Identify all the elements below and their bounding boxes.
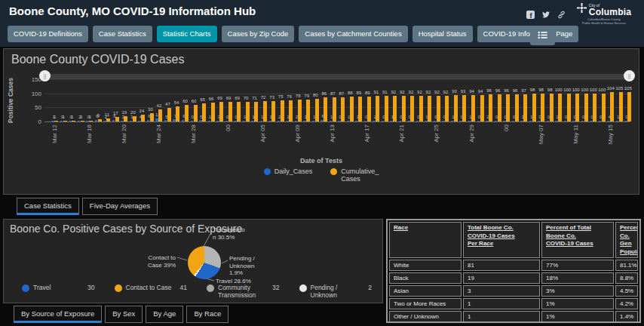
x-tick-apr-17: Apr 17 (363, 125, 370, 143)
pie-legend-item-community-transmission: Community Transmission32 (195, 284, 287, 299)
x-slot-36: Apr 17 (363, 123, 373, 156)
x-slot-21 (233, 123, 242, 156)
x-slot-45 (441, 123, 450, 156)
x-slot-2 (68, 123, 77, 156)
x-slot-64: May 15 (606, 123, 615, 156)
x-slot-34 (346, 123, 355, 156)
x-slot-44: Apr 25 (433, 123, 442, 156)
x-tick-apr-21: Apr 21 (398, 125, 405, 143)
more-tabs-button[interactable] (530, 26, 555, 45)
table-cell: 81.1% (615, 260, 638, 271)
legend-dot (264, 168, 271, 175)
table-cell: 1 (463, 311, 540, 322)
table-cell: Asian (389, 285, 462, 297)
pie-legend-value: 41 (180, 284, 195, 299)
x-tick-00: 00 (225, 125, 232, 131)
x-tick-may-11: May 11 (572, 125, 579, 144)
x-tick-mar-24: Mar 24 (155, 125, 162, 143)
tab-by-race[interactable]: By Race (186, 306, 228, 323)
pie-legend-item-pending-unknown: Pending / Unknown2 (287, 284, 380, 299)
x-slot-3 (77, 123, 86, 156)
x-axis-title: Date of Tests (4, 157, 639, 165)
x-slot-1 (60, 123, 69, 156)
pie-legend-dot (299, 284, 307, 292)
x-slot-5 (94, 123, 103, 156)
facebook-icon[interactable]: f (526, 8, 535, 22)
table-cell: 77% (541, 260, 614, 271)
nav-tab-covid-19-information-page[interactable]: COVID-19 Information Page (477, 26, 579, 42)
y-axis-label: Positive Cases (7, 76, 14, 123)
pie-legend-label: Contact to Case (126, 284, 172, 299)
x-slot-54 (520, 123, 529, 156)
tab-case-statistics[interactable]: Case Statistics (17, 198, 79, 215)
y-tick-50: 50 (19, 104, 41, 111)
exposure-pie-panel: Boone Co. Positive Cases by Source of Ex… (3, 219, 383, 303)
twitter-icon[interactable] (541, 8, 550, 22)
x-slot-4: Mar 16 (85, 123, 94, 156)
x-slot-6 (103, 123, 112, 156)
x-slot-18 (207, 123, 216, 156)
nav-tab-hospital-status[interactable]: Hospital Status (412, 26, 473, 42)
time-slider-handle-left[interactable]: || (39, 70, 51, 82)
bar-series-area: 1110103230961121761922012443064212475547… (51, 79, 633, 121)
app-header: Boone County, MO COVID-19 Information Hu… (0, 0, 644, 47)
pie-legend-value: 32 (272, 284, 287, 299)
tab-by-sex[interactable]: By Sex (105, 306, 143, 323)
cases-chart-panel: Boone County COVID-19 Cases Positive Cas… (3, 48, 639, 195)
x-slot-32: Apr 13 (329, 123, 338, 156)
table-cell: 3% (541, 285, 614, 297)
columbia-logo: City of Columbia Columbia/Boone County P… (569, 2, 639, 25)
nav-tab-covid-19-definitions[interactable]: COVID-19 Definitions (8, 26, 88, 42)
x-slot-43 (424, 123, 433, 156)
callout-community-transmission: Transmissio n 30.5% (213, 226, 245, 241)
tab-by-age[interactable]: By Age (146, 306, 183, 323)
table-header-cell: Race (389, 222, 462, 258)
table-row: White8177%81.1% (389, 260, 638, 271)
tab-five-day-averages[interactable]: Five-Day Averages (82, 198, 158, 215)
chart-tab-bar: Case StatisticsFive-Day Averages (17, 198, 158, 215)
x-slot-27 (285, 123, 294, 156)
x-slot-52: 00 (502, 123, 511, 156)
x-slot-40: Apr 21 (398, 123, 407, 156)
x-slot-26 (276, 123, 285, 156)
table-cell: 1 (463, 298, 540, 309)
table-cell: 3 (463, 285, 540, 297)
x-slot-57 (545, 123, 554, 156)
x-slot-13 (164, 123, 173, 156)
legend-dot (330, 168, 337, 175)
x-slot-37 (372, 123, 381, 156)
time-slider-handle-right[interactable]: || (624, 70, 635, 82)
x-slot-29 (302, 123, 311, 156)
nav-tab-case-statistics[interactable]: Case Statistics (93, 26, 152, 42)
x-slot-39 (389, 123, 398, 156)
pie-legend-label: Travel (33, 284, 51, 299)
table-cell: Black (389, 272, 462, 284)
x-slot-50 (485, 123, 494, 156)
x-slot-17 (198, 123, 207, 156)
table-row: Asian33%4.5% (389, 285, 638, 297)
table-cell: 81 (463, 260, 540, 271)
nav-tab-cases-by-catchment-counties[interactable]: Cases by Catchment Counties (299, 26, 407, 42)
pie-legend: Travel30Contact to Case41Community Trans… (10, 284, 379, 299)
pie-legend-dot (115, 284, 122, 292)
x-tick-apr-25: Apr 25 (433, 125, 440, 143)
race-table-panel: RaceTotal Boone Co. COVID-19 Cases Per R… (386, 219, 641, 323)
y-tick-100: 100 (19, 91, 41, 97)
x-tick-may-07: May 07 (538, 125, 544, 144)
x-slot-16: Mar 28 (189, 123, 198, 156)
legend-item-daily-cases: Daily_Cases (264, 168, 313, 183)
nav-tab-cases-by-zip-code[interactable]: Cases by Zip Code (222, 26, 295, 42)
share-link-icon[interactable] (557, 8, 566, 22)
x-tick-apr-05: Apr 05 (259, 125, 266, 143)
x-slot-65 (615, 123, 624, 156)
nav-tab-statistic-charts[interactable]: Statistic Charts (157, 26, 217, 42)
x-slot-11 (146, 123, 155, 156)
race-table: RaceTotal Boone Co. COVID-19 Cases Per R… (388, 220, 639, 323)
table-header-cell: Percent Co. Gen Populat (615, 222, 638, 258)
x-slot-59 (563, 123, 572, 156)
exposure-pie-chart[interactable] (188, 246, 221, 279)
pie-legend-item-travel: Travel30 (10, 284, 103, 299)
x-tick-mar-12: Mar 12 (51, 125, 58, 143)
tab-by-source-of-exposure[interactable]: By Source of Exposure (14, 306, 102, 323)
pie-legend-value: 30 (87, 284, 102, 299)
